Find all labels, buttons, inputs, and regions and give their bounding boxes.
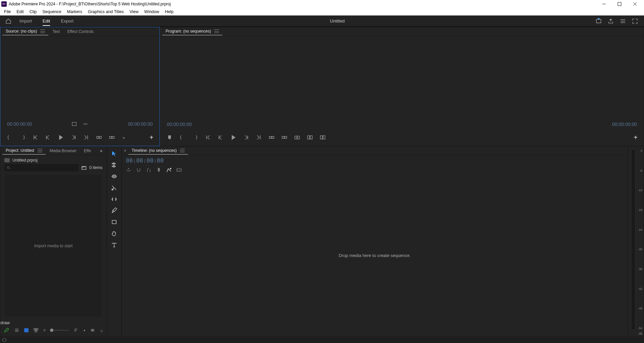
minimize-button[interactable] xyxy=(596,0,612,8)
step-back-icon[interactable] xyxy=(45,134,51,141)
razor-tool[interactable] xyxy=(109,183,120,192)
add-marker-icon[interactable] xyxy=(156,167,162,173)
more-icon[interactable]: » xyxy=(123,135,125,140)
pen-tool[interactable] xyxy=(109,206,120,215)
step-forward-icon[interactable] xyxy=(70,134,77,141)
panel-menu-icon[interactable] xyxy=(214,30,219,33)
ripple-edit-tool[interactable] xyxy=(109,172,120,181)
step-back-icon[interactable] xyxy=(217,134,224,141)
project-writable-icon[interactable] xyxy=(4,327,9,333)
source-tc-right[interactable]: 00:00:00:00 xyxy=(128,121,153,127)
program-tc-left[interactable]: 00:00:00:00 xyxy=(167,122,192,127)
close-tab-icon[interactable]: × xyxy=(124,148,126,153)
find-icon[interactable]: ⌕ xyxy=(100,328,103,333)
fullscreen-icon[interactable] xyxy=(632,18,638,24)
tab-timeline[interactable]: Timeline: (no sequences) xyxy=(128,147,188,155)
program-tc-right[interactable]: 00:00:00:00 xyxy=(612,122,637,127)
track-select-tool[interactable] xyxy=(109,161,120,169)
toggle-proxies-icon[interactable] xyxy=(319,134,326,141)
quick-export-icon[interactable] xyxy=(596,18,602,24)
mark-in-icon[interactable] xyxy=(6,134,13,141)
sort-menu-icon[interactable]: ▾ xyxy=(84,329,85,332)
hand-tool[interactable] xyxy=(109,229,120,238)
tab-effects[interactable]: Effe xyxy=(81,147,94,155)
export-frame-icon[interactable] xyxy=(294,134,301,141)
button-editor-icon[interactable]: + xyxy=(634,134,638,141)
svg-rect-4 xyxy=(596,19,601,23)
slip-tool[interactable] xyxy=(109,195,120,204)
thumbnail-size-slider[interactable] xyxy=(50,330,68,331)
project-drop-area[interactable]: Import media to start xyxy=(5,175,102,317)
audio-meter-panel[interactable]: 0 -6 -12 -18 -24 -30 -36 -42 -48 -54 dB xyxy=(628,146,644,337)
mark-in-icon[interactable] xyxy=(179,134,186,141)
mark-out-icon[interactable] xyxy=(192,134,198,141)
menu-help[interactable]: Help xyxy=(162,9,176,15)
workspace-menu-icon[interactable] xyxy=(620,18,626,24)
insert-icon[interactable] xyxy=(96,134,102,141)
share-icon[interactable] xyxy=(608,18,614,24)
source-monitor-view[interactable] xyxy=(0,36,159,119)
menu-markers[interactable]: Markers xyxy=(64,9,85,15)
mode-tab-export[interactable]: Export xyxy=(55,15,79,27)
play-icon[interactable] xyxy=(230,134,237,141)
rectangle-tool[interactable] xyxy=(109,218,120,226)
tab-media-browser[interactable]: Media Browser xyxy=(46,147,80,155)
menu-view[interactable]: View xyxy=(127,9,141,15)
source-tc-left[interactable]: 00:00:00:00 xyxy=(7,121,32,127)
tab-effect-controls[interactable]: Effect Controls xyxy=(64,28,97,35)
tab-project[interactable]: Project: Untitled xyxy=(2,147,46,155)
mode-tab-import[interactable]: Import xyxy=(14,15,37,27)
menu-clip[interactable]: Clip xyxy=(27,9,40,15)
timeline-settings-icon[interactable] xyxy=(166,167,172,173)
overflow-tabs-icon[interactable]: » xyxy=(98,148,104,153)
menu-window[interactable]: Window xyxy=(142,9,162,15)
menu-graphics-titles[interactable]: Graphics and Titles xyxy=(85,9,127,15)
go-to-out-icon[interactable] xyxy=(83,134,90,141)
tab-source[interactable]: Source: (no clips) xyxy=(2,28,48,35)
timeline-drop-area[interactable]: Drop media here to create sequence. xyxy=(122,174,628,337)
freeform-view-icon[interactable] xyxy=(33,327,39,333)
sort-icon[interactable] xyxy=(74,327,79,333)
captions-icon[interactable] xyxy=(176,167,182,173)
button-editor-icon[interactable]: + xyxy=(149,134,153,141)
tab-program[interactable]: Program: (no sequences) xyxy=(162,28,222,35)
lift-icon[interactable] xyxy=(268,134,275,141)
play-icon[interactable] xyxy=(57,134,64,141)
selection-tool[interactable] xyxy=(109,149,120,158)
go-to-in-icon[interactable] xyxy=(32,134,39,141)
new-bin-icon[interactable] xyxy=(81,165,87,170)
snap-icon[interactable] xyxy=(136,167,141,173)
mark-out-icon[interactable] xyxy=(19,134,26,141)
fit-icon[interactable] xyxy=(71,121,77,127)
overwrite-icon[interactable] xyxy=(108,134,115,141)
panel-menu-icon[interactable] xyxy=(38,149,42,152)
menu-edit[interactable]: Edit xyxy=(14,9,27,15)
go-to-in-icon[interactable] xyxy=(204,134,211,141)
sync-settings-icon[interactable] xyxy=(2,338,7,342)
tab-text[interactable]: Text xyxy=(49,28,63,35)
extract-icon[interactable] xyxy=(281,134,288,141)
program-monitor-view[interactable] xyxy=(160,36,644,120)
project-search-input[interactable] xyxy=(4,164,79,171)
panel-menu-icon[interactable] xyxy=(180,149,185,152)
step-forward-icon[interactable] xyxy=(243,134,249,141)
go-to-out-icon[interactable] xyxy=(256,134,262,141)
icon-view-icon[interactable] xyxy=(24,328,29,332)
close-button[interactable] xyxy=(627,0,643,8)
resolution-icon[interactable] xyxy=(83,121,89,127)
panel-menu-icon[interactable] xyxy=(40,30,45,33)
type-tool[interactable] xyxy=(109,241,120,249)
maximize-button[interactable] xyxy=(612,0,627,8)
mode-tab-edit[interactable]: Edit xyxy=(37,15,55,27)
timeline-timecode[interactable]: 00:00:00:00 xyxy=(126,157,624,164)
linked-selection-icon[interactable] xyxy=(146,167,151,173)
comparison-view-icon[interactable] xyxy=(307,134,313,141)
menu-file[interactable]: File xyxy=(1,9,13,15)
source-monitor-panel: Source: (no clips) Text Effect Controls … xyxy=(0,27,160,146)
add-marker-icon[interactable] xyxy=(166,134,173,141)
insert-sequence-icon[interactable] xyxy=(126,167,131,173)
list-view-icon[interactable] xyxy=(14,327,20,333)
automate-to-sequence-icon[interactable] xyxy=(90,327,96,333)
home-button[interactable] xyxy=(3,18,14,24)
menu-sequence[interactable]: Sequence xyxy=(40,9,64,15)
